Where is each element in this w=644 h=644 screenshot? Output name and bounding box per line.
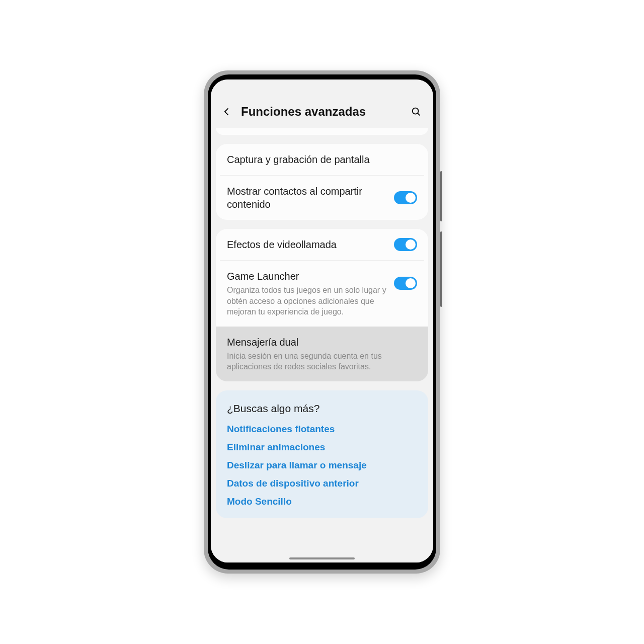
row-title: Efectos de videollamada (227, 238, 387, 251)
home-indicator[interactable] (289, 557, 355, 559)
row-video-effects[interactable]: Efectos de videollamada (216, 229, 428, 260)
more-link-2[interactable]: Deslizar para llamar o mensaje (227, 460, 417, 471)
app-header: Funciones avanzadas (211, 79, 433, 128)
toggle-video-effects[interactable] (394, 238, 417, 251)
row-show-contacts[interactable]: Mostrar contactos al compartir contenido (220, 175, 424, 220)
settings-group-cutoff (216, 128, 428, 135)
row-desc: Inicia sesión en una segunda cuenta en t… (227, 351, 417, 372)
search-icon (411, 106, 422, 117)
toggle-game-launcher[interactable] (394, 277, 417, 290)
row-screen-capture[interactable]: Captura y grabación de pantalla (216, 144, 428, 175)
row-title: Captura y grabación de pantalla (227, 153, 417, 166)
more-link-3[interactable]: Datos de dispositivo anterior (227, 478, 417, 489)
svg-line-1 (418, 113, 420, 115)
settings-group-2: Efectos de videollamada Game Launcher Or… (216, 229, 428, 381)
settings-group-1: Captura y grabación de pantalla Mostrar … (216, 144, 428, 220)
more-link-0[interactable]: Notificaciones flotantes (227, 424, 417, 435)
more-link-1[interactable]: Eliminar animaciones (227, 442, 417, 453)
row-desc: Organiza todos tus juegos en un solo lug… (227, 285, 387, 317)
screen: Funciones avanzadas Captura y grabación … (211, 79, 433, 562)
row-dual-messenger[interactable]: Mensajería dual Inicia sesión en una seg… (216, 327, 428, 381)
row-title: Mensajería dual (227, 336, 417, 349)
more-link-4[interactable]: Modo Sencillo (227, 496, 417, 507)
more-heading: ¿Buscas algo más? (227, 403, 417, 415)
more-section: ¿Buscas algo más? Notificaciones flotant… (216, 390, 428, 518)
back-button[interactable] (220, 105, 234, 119)
page-title: Funciones avanzadas (241, 105, 402, 119)
row-title: Game Launcher (227, 270, 387, 283)
row-game-launcher[interactable]: Game Launcher Organiza todos tus juegos … (220, 260, 424, 327)
phone-bezel: Funciones avanzadas Captura y grabación … (208, 74, 436, 570)
search-button[interactable] (409, 105, 423, 119)
svg-point-0 (413, 108, 419, 114)
row-title: Mostrar contactos al compartir contenido (227, 185, 387, 211)
content-scroll[interactable]: Captura y grabación de pantalla Mostrar … (211, 128, 433, 562)
toggle-show-contacts[interactable] (394, 191, 417, 204)
phone-frame: Funciones avanzadas Captura y grabación … (204, 70, 440, 574)
chevron-left-icon (222, 107, 232, 117)
